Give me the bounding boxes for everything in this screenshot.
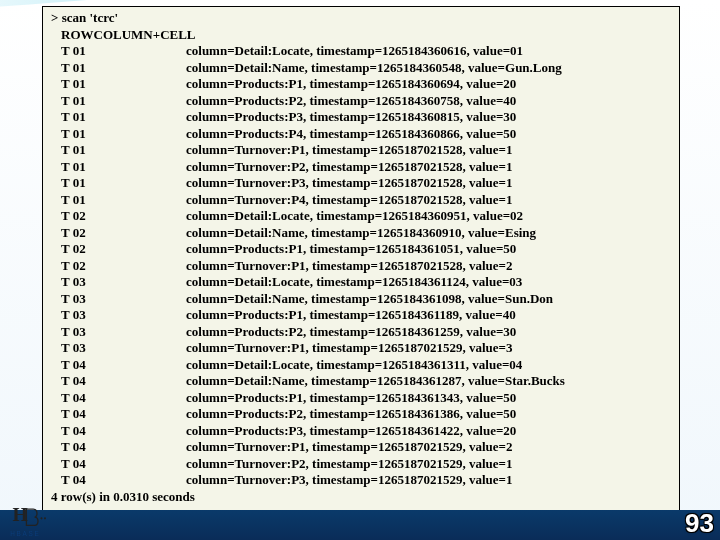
row-key: T 04 [61,472,186,489]
command-line: > scan 'tcrc' [51,10,671,27]
table-row: T 03column=Detail:Locate, timestamp=1265… [61,274,671,291]
row-key: T 01 [61,43,186,60]
table-row: T 04column=Detail:Locate, timestamp=1265… [61,357,671,374]
row-key: T 01 [61,93,186,110]
row-key: T 01 [61,159,186,176]
row-cell-value: column=Detail:Name, timestamp=1265184360… [186,60,562,75]
row-cell-value: column=Turnover:P4, timestamp=1265187021… [186,192,513,207]
row-key: T 04 [61,439,186,456]
row-cell-value: column=Turnover:P2, timestamp=1265187021… [186,159,513,174]
table-row: T 01column=Turnover:P1, timestamp=126518… [61,142,671,159]
row-key: T 01 [61,60,186,77]
row-cell-value: column=Turnover:P3, timestamp=1265187021… [186,472,513,487]
row-cell-value: column=Products:P4, timestamp=1265184360… [186,126,516,141]
table-row: T 04column=Turnover:P1, timestamp=126518… [61,439,671,456]
row-key: T 03 [61,274,186,291]
row-key: T 01 [61,175,186,192]
svg-text:H: H [12,505,27,525]
table-row: T 04column=Products:P2, timestamp=126518… [61,406,671,423]
row-key: T 03 [61,307,186,324]
table-row: T 01column=Turnover:P3, timestamp=126518… [61,175,671,192]
row-cell-value: column=Products:P2, timestamp=1265184360… [186,93,516,108]
row-key: T 03 [61,340,186,357]
row-key: T 02 [61,208,186,225]
row-cell-value: column=Turnover:P2, timestamp=1265187021… [186,456,513,471]
table-row: T 01column=Products:P3, timestamp=126518… [61,109,671,126]
table-row: T 04column=Turnover:P3, timestamp=126518… [61,472,671,489]
row-key: T 04 [61,373,186,390]
table-row: T 02column=Detail:Locate, timestamp=1265… [61,208,671,225]
row-key: T 04 [61,423,186,440]
row-key: T 04 [61,456,186,473]
terminal-output-panel: > scan 'tcrc' ROWCOLUMN+CELL T 01column=… [42,6,680,512]
table-row: T 02column=Detail:Name, timestamp=126518… [61,225,671,242]
row-cell-value: column=Products:P1, timestamp=1265184361… [186,241,516,256]
table-row: T 03column=Products:P2, timestamp=126518… [61,324,671,341]
row-cell-value: column=Turnover:P1, timestamp=1265187021… [186,142,513,157]
svg-point-1 [40,517,42,519]
table-row: T 03column=Detail:Name, timestamp=126518… [61,291,671,308]
header-line: ROWCOLUMN+CELL [61,27,671,44]
hbase-logo: H HBASE [8,504,68,540]
bottom-bar [0,510,720,540]
table-row: T 01column=Detail:Name, timestamp=126518… [61,60,671,77]
row-cell-value: column=Products:P2, timestamp=1265184361… [186,324,516,339]
page-number: 93 [685,508,714,539]
row-cell-value: column=Turnover:P3, timestamp=1265187021… [186,175,513,190]
row-key: T 02 [61,225,186,242]
rows-container: T 01column=Detail:Locate, timestamp=1265… [51,43,671,489]
table-row: T 01column=Detail:Locate, timestamp=1265… [61,43,671,60]
table-row: T 02column=Products:P1, timestamp=126518… [61,241,671,258]
row-cell-value: column=Turnover:P1, timestamp=1265187021… [186,439,513,454]
row-cell-value: column=Detail:Name, timestamp=1265184361… [186,291,553,306]
row-key: T 04 [61,406,186,423]
row-cell-value: column=Detail:Locate, timestamp=12651843… [186,357,522,372]
row-key: T 04 [61,357,186,374]
table-row: T 01column=Products:P2, timestamp=126518… [61,93,671,110]
table-row: T 03column=Turnover:P1, timestamp=126518… [61,340,671,357]
table-row: T 01column=Turnover:P2, timestamp=126518… [61,159,671,176]
row-key: T 03 [61,324,186,341]
row-key: T 01 [61,126,186,143]
row-cell-value: column=Detail:Name, timestamp=1265184361… [186,373,565,388]
table-row: T 04column=Turnover:P2, timestamp=126518… [61,456,671,473]
row-cell-value: column=Turnover:P1, timestamp=1265187021… [186,340,513,355]
row-cell-value: column=Products:P1, timestamp=1265184360… [186,76,516,91]
row-cell-value: column=Detail:Locate, timestamp=12651843… [186,43,523,58]
table-row: T 01column=Turnover:P4, timestamp=126518… [61,192,671,209]
row-cell-value: column=Detail:Locate, timestamp=12651843… [186,274,522,289]
result-footer: 4 row(s) in 0.0310 seconds [51,489,671,506]
row-cell-value: column=Products:P3, timestamp=1265184361… [186,423,516,438]
row-key: T 01 [61,76,186,93]
row-key: T 01 [61,142,186,159]
table-row: T 04column=Products:P1, timestamp=126518… [61,390,671,407]
header-col-label: COLUMN+CELL [94,27,196,42]
table-row: T 01column=Products:P1, timestamp=126518… [61,76,671,93]
row-cell-value: column=Turnover:P1, timestamp=1265187021… [186,258,513,273]
header-row-label: ROW [61,27,94,42]
table-row: T 03column=Products:P1, timestamp=126518… [61,307,671,324]
row-cell-value: column=Products:P1, timestamp=1265184361… [186,390,516,405]
row-cell-value: column=Products:P1, timestamp=1265184361… [186,307,516,322]
row-cell-value: column=Products:P2, timestamp=1265184361… [186,406,516,421]
row-key: T 02 [61,258,186,275]
row-key: T 01 [61,192,186,209]
logo-text: HBASE [10,530,40,537]
table-row: T 04column=Detail:Name, timestamp=126518… [61,373,671,390]
row-key: T 03 [61,291,186,308]
row-cell-value: column=Detail:Name, timestamp=1265184360… [186,225,536,240]
table-row: T 01column=Products:P4, timestamp=126518… [61,126,671,143]
row-key: T 04 [61,390,186,407]
slide: > scan 'tcrc' ROWCOLUMN+CELL T 01column=… [0,0,720,540]
table-row: T 04column=Products:P3, timestamp=126518… [61,423,671,440]
row-key: T 01 [61,109,186,126]
row-cell-value: column=Detail:Locate, timestamp=12651843… [186,208,523,223]
row-cell-value: column=Products:P3, timestamp=1265184360… [186,109,516,124]
svg-point-2 [44,517,46,519]
row-key: T 02 [61,241,186,258]
table-row: T 02column=Turnover:P1, timestamp=126518… [61,258,671,275]
